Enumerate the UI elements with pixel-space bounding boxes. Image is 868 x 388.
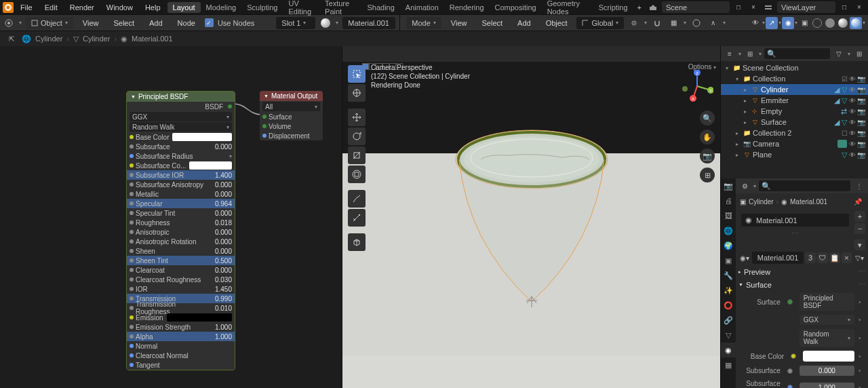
- outliner-new-collection-icon[interactable]: ⊞: [853, 47, 865, 60]
- pin-icon[interactable]: ⇱: [5, 33, 18, 45]
- outliner-display-mode-icon[interactable]: ⊞: [744, 47, 756, 60]
- tab-particles[interactable]: ✨: [721, 283, 736, 298]
- tree-item-surface[interactable]: ▸▽Surface◢▽👁📷: [721, 117, 868, 128]
- viewport-canvas[interactable]: Camera Perspective (122) Scene Collectio…: [342, 62, 720, 388]
- surface-panel-header[interactable]: ▼Surface ⋯: [736, 278, 868, 291]
- material-unlink[interactable]: ×: [842, 252, 852, 263]
- subsurface-value[interactable]: 0.000: [800, 366, 854, 376]
- row-flags[interactable]: 👁📷: [849, 151, 865, 159]
- scene-browse-icon[interactable]: [647, 1, 659, 14]
- row-flags[interactable]: ☑👁📷: [842, 75, 865, 83]
- bsdf-subsurface-ior[interactable]: Subsurface IOR1.400: [127, 170, 235, 180]
- material-output-node[interactable]: ▼ Material Output All▾ Surface Volume Di…: [260, 91, 323, 140]
- tree-scene-collection[interactable]: ▾ 📁 Scene Collection: [721, 62, 868, 73]
- zoom-icon[interactable]: 🔍: [700, 111, 715, 125]
- tree-item-cylinder[interactable]: ▸▽Cylinder◢▽👁📷: [721, 84, 868, 95]
- move-tool-icon[interactable]: [348, 109, 366, 126]
- row-flags[interactable]: 👁📷: [849, 97, 865, 104]
- select-tool-icon[interactable]: [348, 65, 366, 83]
- tree-collection[interactable]: ▾ 📁 Collection ☑👁📷: [721, 73, 868, 84]
- sss-method-dropdown[interactable]: Random Walk▾: [800, 329, 854, 347]
- workspace-tab-texture-paint[interactable]: Texture Paint: [319, 0, 361, 17]
- tree-item-emmiter[interactable]: ▸▽Emmiter◢▽👁📷: [721, 95, 868, 106]
- expand-icon[interactable]: ▸: [742, 98, 749, 104]
- outliner-search[interactable]: 🔍: [764, 48, 830, 59]
- output-volume-socket[interactable]: Volume: [269, 123, 320, 130]
- bsdf-clearcoat[interactable]: Clearcoat0.000: [127, 265, 235, 275]
- material-slot-add[interactable]: +: [854, 211, 865, 222]
- menu-help[interactable]: Help: [140, 3, 166, 12]
- cursor-tool-icon[interactable]: [348, 84, 366, 102]
- material-slot-menu[interactable]: ▾: [854, 239, 865, 250]
- bsdf-output-socket[interactable]: BSDF: [205, 103, 223, 111]
- tab-physics[interactable]: ⭕: [721, 298, 736, 313]
- xray-icon[interactable]: ▣: [798, 17, 810, 29]
- material-users[interactable]: 3: [805, 252, 816, 263]
- shader-node-menu[interactable]: Node: [172, 19, 201, 27]
- annotate-tool-icon[interactable]: [348, 190, 366, 208]
- properties-options-icon[interactable]: ⋮: [853, 180, 865, 192]
- workspace-tab-modeling[interactable]: Modeling: [201, 2, 242, 13]
- bsdf-subsurface[interactable]: Subsurface0.000: [127, 142, 235, 151]
- workspace-tab-layout[interactable]: Layout: [167, 2, 201, 13]
- bsdf-alpha[interactable]: Alpha1.000: [127, 332, 235, 341]
- navigation-gizmo[interactable]: Z Y X: [681, 70, 713, 102]
- shading-rendered-icon[interactable]: [850, 17, 862, 29]
- menu-edit[interactable]: Edit: [39, 3, 63, 12]
- tab-scene[interactable]: 🌐: [721, 223, 736, 238]
- base-color-swatch[interactable]: [803, 351, 854, 362]
- material-name-field[interactable]: Material.001: [752, 252, 804, 264]
- tab-world[interactable]: 🌍: [721, 238, 736, 253]
- expand-icon[interactable]: ▾: [724, 65, 730, 71]
- shader-add-menu[interactable]: Add: [144, 19, 168, 27]
- transform-orientation-dropdown[interactable]: Global▾: [576, 17, 624, 29]
- expand-icon[interactable]: ▸: [742, 109, 749, 115]
- row-flags[interactable]: 👁📷: [849, 140, 865, 148]
- material-slot[interactable]: ◉Material.001: [741, 214, 849, 227]
- bsdf-roughness[interactable]: Roughness0.018: [127, 218, 235, 227]
- viewport-add-menu[interactable]: Add: [512, 19, 536, 27]
- material-new[interactable]: 📋: [829, 252, 840, 263]
- bsdf-emission-strength[interactable]: Emission Strength1.000: [127, 322, 235, 332]
- bsdf-distribution-dropdown[interactable]: GGX▾: [130, 112, 232, 121]
- properties-editor-icon[interactable]: ⚙: [738, 180, 751, 192]
- shader-mode-dropdown[interactable]: Object ▾: [26, 17, 73, 29]
- tab-constraints[interactable]: 🔗: [721, 313, 736, 328]
- bsdf-subsurface-co-[interactable]: Subsurface Co...: [127, 161, 235, 170]
- pivot-icon[interactable]: [628, 17, 640, 29]
- workspace-tab-uv-editing[interactable]: UV Editing: [283, 0, 319, 17]
- viewlayer-name-field[interactable]: ViewLayer: [777, 1, 835, 13]
- menu-window[interactable]: Window: [101, 3, 138, 12]
- output-surface-socket[interactable]: Surface: [269, 113, 320, 121]
- material-slot-dropdown[interactable]: Slot 1▾: [276, 17, 315, 29]
- tree-camera[interactable]: ▸ 📷 Camera 👁📷: [721, 138, 868, 149]
- bsdf-metallic[interactable]: Metallic0.000: [127, 189, 235, 199]
- material-sphere-icon[interactable]: [319, 17, 332, 29]
- sss-radius-x[interactable]: 1.000: [800, 383, 854, 389]
- bsdf-sheen-tint[interactable]: Sheen Tint0.500: [127, 256, 235, 265]
- menu-file[interactable]: File: [15, 3, 38, 12]
- viewport-mode-dropdown[interactable]: Mode▾: [406, 17, 441, 29]
- bsdf-transmission-roughness[interactable]: Transmission Roughness0.010: [127, 303, 235, 313]
- move-view-icon[interactable]: ✋: [700, 130, 715, 144]
- expand-icon[interactable]: ▸: [742, 119, 749, 125]
- camera-view-icon[interactable]: 📷: [700, 149, 715, 163]
- row-flags[interactable]: 👁📷: [849, 86, 865, 94]
- transform-tool-icon[interactable]: [348, 166, 366, 183]
- shading-wireframe-icon[interactable]: [811, 17, 823, 29]
- pin-icon[interactable]: 📌: [852, 195, 864, 208]
- tab-viewlayer[interactable]: 🖼: [721, 208, 736, 223]
- preview-panel-header[interactable]: ▸Preview ⋯: [736, 265, 868, 278]
- properties-search[interactable]: 🔍: [759, 180, 850, 191]
- viewlayer-browse-icon[interactable]: [762, 1, 774, 14]
- workspace-add-button[interactable]: +: [633, 3, 646, 12]
- workspace-tab-shading[interactable]: Shading: [361, 2, 399, 13]
- workspace-tab-scripting[interactable]: Scripting: [593, 2, 633, 13]
- material-output-header[interactable]: ▼ Material Output: [260, 91, 323, 101]
- snap-target-icon[interactable]: ▦: [667, 17, 679, 29]
- tab-modifiers[interactable]: 🔧: [721, 268, 736, 283]
- bsdf-specular[interactable]: Specular0.964: [127, 199, 235, 208]
- material-name-field[interactable]: Material.001: [342, 17, 395, 29]
- shading-solid-icon[interactable]: [824, 17, 836, 29]
- viewport-select-menu[interactable]: Select: [477, 19, 509, 27]
